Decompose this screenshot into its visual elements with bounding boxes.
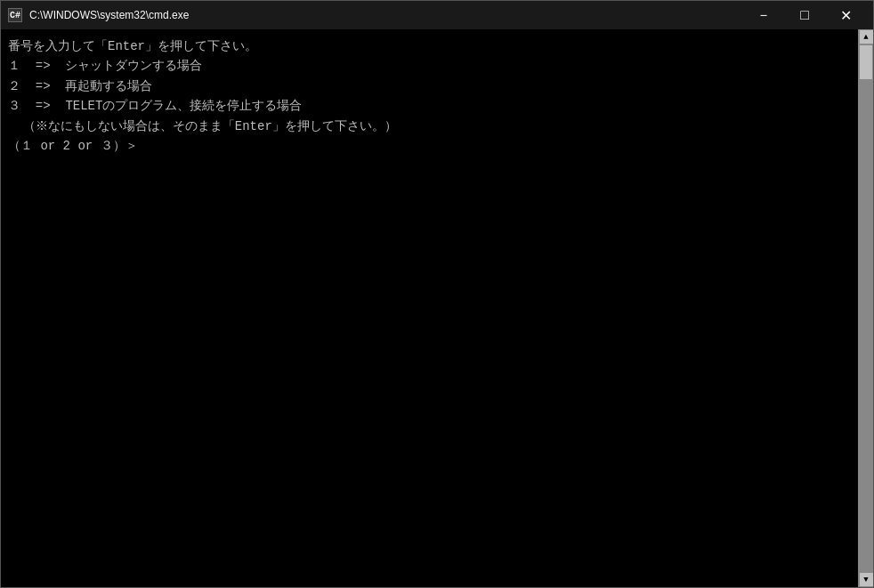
cmd-window: C# C:\WINDOWS\system32\cmd.exe － □ ✕ 番号を… (0, 0, 874, 588)
window-body: 番号を入力して「Enter」を押して下さい。 １ => シャットダウンする場合 … (1, 29, 873, 587)
cmd-icon: C# (8, 8, 22, 22)
vertical-scrollbar[interactable]: ▲ ▼ (858, 29, 873, 587)
close-button[interactable]: ✕ (825, 1, 866, 29)
scrollbar-track[interactable] (859, 44, 873, 572)
terminal-line-5: ３ => TELETのプログラム、接続を停止する場合 (8, 96, 851, 116)
terminal-prompt: （１ or 2 or ３）＞ (8, 136, 851, 156)
scroll-down-button[interactable]: ▼ (859, 572, 874, 587)
terminal-line-4: ２ => 再起動する場合 (8, 77, 851, 96)
terminal-line-1: 番号を入力して「Enter」を押して下さい。 (8, 36, 851, 56)
title-bar: C# C:\WINDOWS\system32\cmd.exe － □ ✕ (1, 1, 873, 29)
terminal-content[interactable]: 番号を入力して「Enter」を押して下さい。 １ => シャットダウンする場合 … (1, 29, 858, 587)
minimize-button[interactable]: － (743, 1, 784, 29)
maximize-button[interactable]: □ (784, 1, 825, 29)
scroll-up-button[interactable]: ▲ (859, 29, 874, 44)
window-title: C:\WINDOWS\system32\cmd.exe (29, 9, 189, 21)
terminal-line-7: （※なにもしない場合は、そのまま「Enter」を押して下さい。） (8, 117, 851, 136)
scrollbar-thumb[interactable] (859, 44, 873, 80)
terminal-line-3: １ => シャットダウンする場合 (8, 56, 851, 76)
window-controls: － □ ✕ (743, 1, 866, 29)
title-bar-left: C# C:\WINDOWS\system32\cmd.exe (8, 8, 189, 22)
